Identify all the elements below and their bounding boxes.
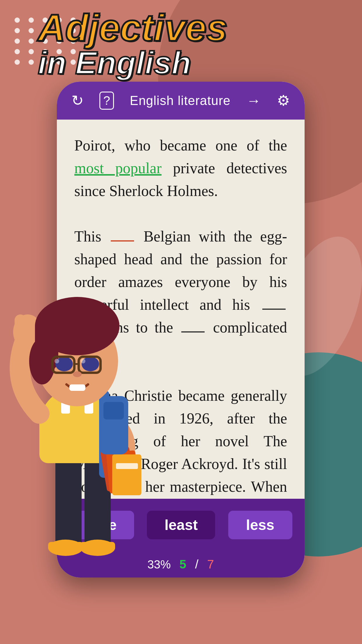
- question-icon[interactable]: ?: [99, 92, 114, 110]
- svg-point-28: [73, 371, 82, 377]
- svg-point-22: [82, 357, 99, 371]
- progress-current: 5: [180, 557, 186, 571]
- svg-rect-5: [80, 542, 115, 551]
- blank-3: [181, 331, 205, 332]
- app-title: Adjectives in English: [38, 9, 227, 79]
- svg-rect-31: [103, 402, 124, 419]
- svg-rect-29: [69, 384, 85, 391]
- app-header: ↻ ? English literature → ⚙: [57, 82, 305, 120]
- arrow-icon[interactable]: →: [247, 92, 261, 109]
- highlight-most-popular: most popular: [74, 160, 161, 176]
- progress-separator: /: [195, 557, 198, 571]
- blank-2: [262, 309, 286, 310]
- paragraph-1: Poirot, who became one of the most popul…: [74, 134, 287, 202]
- svg-rect-4: [48, 542, 83, 551]
- settings-icon[interactable]: ⚙: [277, 92, 290, 109]
- svg-point-27: [81, 359, 85, 363]
- header-title: English literature: [130, 93, 231, 108]
- svg-point-21: [55, 357, 73, 371]
- title-in-english: in English: [38, 47, 227, 79]
- svg-point-26: [55, 359, 59, 363]
- progress-total: 7: [207, 557, 214, 571]
- refresh-icon[interactable]: ↻: [71, 92, 84, 109]
- svg-rect-12: [15, 314, 26, 338]
- svg-rect-15: [112, 454, 141, 495]
- answer-btn-less[interactable]: less: [228, 511, 292, 539]
- character-illustration: [0, 236, 166, 586]
- title-adjectives: Adjectives: [38, 9, 227, 47]
- svg-rect-16: [116, 463, 138, 469]
